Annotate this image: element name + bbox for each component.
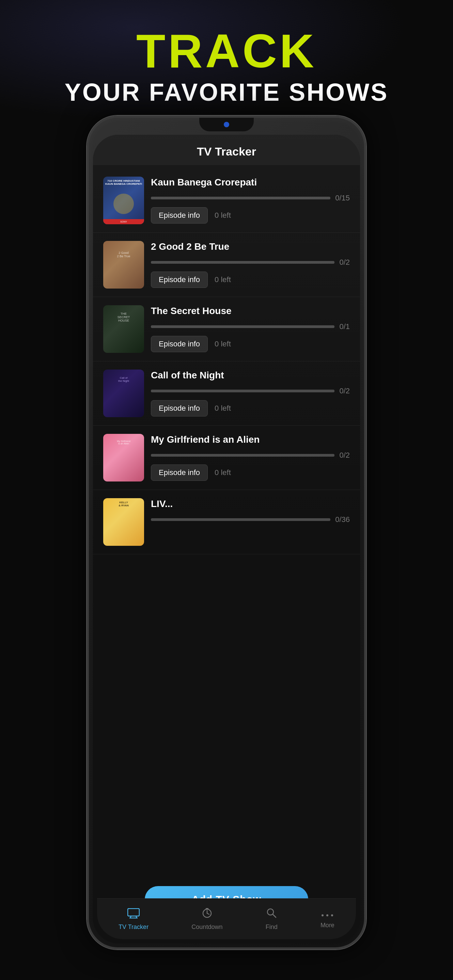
progress-row-live: 0/36 (151, 515, 350, 524)
show-info-kbc: Kaun Banega Crorepati 0/15 Episode info … (144, 177, 350, 224)
progress-bg-cotn (151, 390, 335, 392)
episode-row-kbc: Episode info 0 left (151, 207, 350, 224)
progress-count-live: 0/36 (335, 515, 350, 524)
show-name-live: LIV... (151, 498, 350, 510)
progress-row-alien: 0/2 (151, 451, 350, 460)
show-info-cotn: Call of the Night 0/2 Episode info 0 lef… (144, 369, 350, 417)
episode-info-btn-cotn[interactable]: Episode info (151, 400, 208, 417)
progress-bg-alien (151, 454, 335, 457)
show-name-secret: The Secret House (151, 305, 350, 317)
progress-bg-secret (151, 325, 335, 328)
progress-bg-2good (151, 261, 335, 264)
progress-row-cotn: 0/2 (151, 387, 350, 395)
svg-point-11 (326, 914, 329, 916)
episode-row-cotn: Episode info 0 left (151, 400, 350, 417)
show-item-kbc: 710 CRORE HINDUSTANIKAUN BANEGA CROREPAT… (93, 169, 360, 233)
left-count-alien: 0 left (215, 468, 231, 477)
nav-item-more[interactable]: More (314, 905, 341, 932)
tv-tracker-icon (128, 907, 140, 921)
show-info-alien: My Girlfriend is an Alien 0/2 Episode in… (144, 434, 350, 481)
episode-info-btn-alien[interactable]: Episode info (151, 465, 208, 481)
progress-bg-kbc (151, 197, 330, 199)
show-name-cotn: Call of the Night (151, 369, 350, 381)
episode-row-alien: Episode info 0 left (151, 465, 350, 481)
show-thumbnail-2good: 2 Good2 Be True (103, 241, 144, 288)
more-icon (321, 909, 333, 920)
nav-label-countdown: Countdown (191, 924, 222, 931)
svg-point-10 (322, 914, 324, 916)
show-thumbnail-live: KELLY& RYAN (103, 498, 144, 546)
svg-point-12 (331, 914, 333, 916)
progress-fill-alien (151, 454, 335, 457)
shows-list[interactable]: 710 CRORE HINDUSTANIKAUN BANEGA CROREPAT… (93, 165, 360, 943)
nav-item-find[interactable]: Find (259, 904, 284, 934)
phone-notch (199, 118, 254, 131)
show-name-alien: My Girlfriend is an Alien (151, 434, 350, 445)
bottom-nav: TV Tracker Countdown (97, 898, 356, 939)
show-name-kbc: Kaun Banega Crorepati (151, 177, 350, 188)
episode-row-2good: Episode info 0 left (151, 272, 350, 288)
phone-frame: TV Tracker 710 CRORE HINDUSTANIKAUN BANE… (87, 116, 366, 950)
svg-line-6 (207, 913, 209, 914)
progress-fill-2good (151, 261, 335, 264)
nav-label-tracker: TV Tracker (118, 924, 148, 931)
nav-label-more: More (321, 922, 335, 929)
show-item-alien: My Girlfriendis an Alien My Girlfriend i… (93, 426, 360, 490)
svg-rect-0 (128, 908, 139, 916)
episode-info-btn-2good[interactable]: Episode info (151, 272, 208, 288)
progress-row-2good: 0/2 (151, 258, 350, 267)
subtitle: YOUR FAVORITE SHOWS (0, 78, 453, 106)
progress-count-cotn: 0/2 (339, 387, 350, 395)
episode-info-btn-secret[interactable]: Episode info (151, 336, 208, 352)
header-section: TRACK YOUR FAVORITE SHOWS (0, 0, 453, 120)
progress-row-kbc: 0/15 (151, 194, 350, 202)
show-info-secret: The Secret House 0/1 Episode info 0 left (144, 305, 350, 352)
progress-count-2good: 0/2 (339, 258, 350, 267)
app-title: TV Tracker (100, 145, 353, 158)
progress-row-secret: 0/1 (151, 322, 350, 331)
show-thumbnail-secret: THESECRETHOUSE (103, 305, 144, 353)
show-thumbnail-cotn: Call ofthe Night (103, 369, 144, 417)
progress-count-secret: 0/1 (339, 322, 350, 331)
nav-item-tracker[interactable]: TV Tracker (112, 904, 155, 934)
nav-item-countdown[interactable]: Countdown (185, 904, 229, 934)
show-info-live: LIV... 0/36 (144, 498, 350, 529)
show-thumbnail-kbc: 710 CRORE HINDUSTANIKAUN BANEGA CROREPAT… (103, 177, 144, 224)
progress-fill-kbc (151, 197, 330, 199)
progress-fill-live (151, 518, 330, 521)
progress-count-alien: 0/2 (339, 451, 350, 460)
progress-fill-secret (151, 325, 335, 328)
left-count-kbc: 0 left (215, 211, 231, 220)
show-item-secret: THESECRETHOUSE The Secret House 0/1 Epis… (93, 297, 360, 361)
progress-bg-live (151, 518, 330, 521)
nav-label-find: Find (266, 924, 278, 931)
find-icon (266, 907, 277, 921)
episode-info-btn-kbc[interactable]: Episode info (151, 207, 208, 224)
show-info-2good: 2 Good 2 Be True 0/2 Episode info 0 left (144, 241, 350, 288)
episode-row-secret: Episode info 0 left (151, 336, 350, 352)
progress-fill-cotn (151, 390, 335, 392)
left-count-secret: 0 left (215, 340, 231, 348)
phone-screen: TV Tracker 710 CRORE HINDUSTANIKAUN BANE… (93, 135, 360, 943)
camera-dot (224, 122, 229, 127)
show-name-2good: 2 Good 2 Be True (151, 241, 350, 253)
countdown-icon (202, 907, 212, 921)
track-title: TRACK (0, 27, 453, 75)
phone-frame-outer: TV Tracker 710 CRORE HINDUSTANIKAUN BANE… (87, 116, 366, 950)
show-thumbnail-alien: My Girlfriendis an Alien (103, 434, 144, 482)
app-header: TV Tracker (93, 135, 360, 165)
show-item-live: KELLY& RYAN LIV... 0/36 (93, 490, 360, 554)
svg-line-9 (273, 914, 276, 917)
show-item-cotn: Call ofthe Night Call of the Night 0/2 E… (93, 361, 360, 426)
left-count-cotn: 0 left (215, 404, 231, 413)
progress-count-kbc: 0/15 (335, 194, 350, 202)
left-count-2good: 0 left (215, 275, 231, 284)
show-item-2good: 2 Good2 Be True 2 Good 2 Be True 0/2 Epi… (93, 233, 360, 297)
